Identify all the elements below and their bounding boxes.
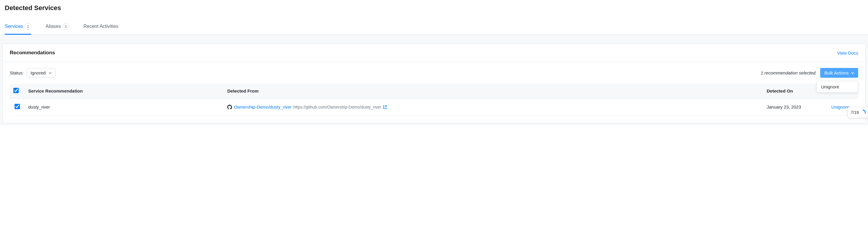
page-header: Detected Services (0, 0, 868, 19)
spinner-icon (860, 109, 866, 115)
recommendations-table: Service Recommendation Detected From Det… (10, 84, 858, 116)
tab-aliases[interactable]: Aliases 1 (45, 19, 69, 35)
content-area: Recommendations View Docs Status: Ignore… (0, 35, 868, 126)
status-select[interactable]: Ignored (27, 68, 56, 78)
tab-recent-label: Recent Activities (84, 24, 118, 29)
table-wrap: Service Recommendation Detected From Det… (3, 84, 865, 123)
row-checkbox-cell (10, 99, 25, 116)
tabs-bar: Services 1 Aliases 1 Recent Activities (0, 19, 868, 35)
select-all-checkbox[interactable] (13, 88, 19, 93)
header-detected-on: Detected On (763, 84, 823, 99)
unignore-action[interactable]: Unignore (832, 104, 849, 109)
selection-count-text: 1 recommendation selected. (761, 70, 816, 75)
page-title: Detected Services (5, 4, 863, 12)
tab-services[interactable]: Services 1 (5, 19, 31, 35)
progress-count: 7/19 (851, 110, 859, 115)
external-link-icon[interactable] (383, 105, 387, 109)
tab-services-count: 1 (25, 23, 31, 30)
right-controls: 1 recommendation selected. Bulk Actions … (761, 68, 858, 78)
status-filter: Status: Ignored (10, 68, 56, 78)
chevron-down-icon (49, 71, 52, 74)
bulk-action-unignore[interactable]: Unignore (817, 81, 858, 92)
github-icon (227, 105, 232, 109)
repo-url: https://github.com/Ownership-Demo/dusty_… (293, 105, 381, 109)
tab-aliases-count: 1 (63, 23, 69, 30)
chevron-down-icon (851, 71, 854, 74)
row-detected-from: Ownership-Demo/dusty_river https://githu… (224, 99, 763, 116)
bulk-actions-label: Bulk Actions (824, 70, 849, 75)
tab-recent-activities[interactable]: Recent Activities (84, 19, 118, 35)
floating-progress-badge[interactable]: 7/19 (847, 107, 868, 118)
header-service: Service Recommendation (25, 84, 224, 99)
panel-header: Recommendations View Docs (3, 44, 865, 62)
row-checkbox[interactable] (14, 104, 20, 109)
recommendations-panel: Recommendations View Docs Status: Ignore… (2, 44, 866, 123)
tab-services-label: Services (5, 24, 23, 29)
bulk-actions-button[interactable]: Bulk Actions (820, 68, 858, 78)
header-checkbox-cell (10, 84, 25, 99)
row-detected-on: January 23, 2023 (763, 99, 823, 116)
repo-link[interactable]: Ownership-Demo/dusty_river (234, 104, 291, 109)
bulk-actions-menu: Unignore (816, 81, 858, 93)
panel-title: Recommendations (10, 50, 55, 56)
row-service-name: dusty_river (25, 99, 224, 116)
header-detected-from: Detected From (224, 84, 763, 99)
tab-aliases-label: Aliases (45, 24, 61, 29)
panel-controls: Status: Ignored 1 recommendation selecte… (3, 62, 865, 84)
table-row: dusty_river Ownership-Demo/dusty_river h… (10, 99, 858, 116)
status-label: Status: (10, 70, 24, 75)
view-docs-link[interactable]: View Docs (837, 50, 858, 56)
table-header-row: Service Recommendation Detected From Det… (10, 84, 858, 99)
status-value: Ignored (31, 70, 46, 75)
